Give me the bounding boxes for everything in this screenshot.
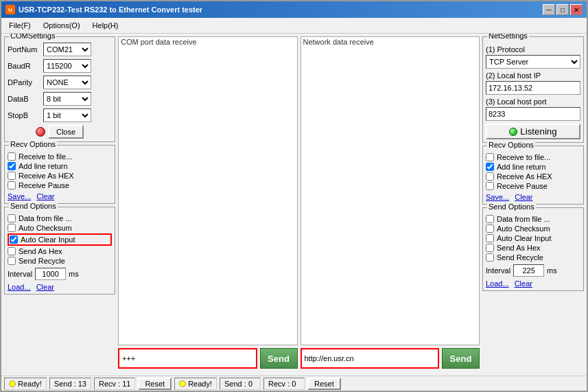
portnum-select[interactable]: COM21 xyxy=(43,43,91,56)
net-send-input[interactable] xyxy=(301,348,440,369)
window-title: USR-TCP232-Test RS232 to Ethernet Conver… xyxy=(19,5,202,14)
com-data-receive-panel: COM port data receive xyxy=(118,36,298,345)
right-recv-as-hex-checkbox[interactable] xyxy=(486,172,494,181)
right-ready-icon xyxy=(179,380,186,387)
status-bar: Ready! Send : 13 Recv : 11 Reset Ready! … xyxy=(1,376,587,391)
right-send-load-link[interactable]: Load... xyxy=(486,279,509,288)
title-buttons: ─ □ ✕ xyxy=(543,4,583,15)
net-settings-title: NetSettings xyxy=(487,34,529,40)
right-ready-segment: Ready! xyxy=(174,378,217,390)
left-recv-save-link[interactable]: Save... xyxy=(8,192,31,200)
left-send-options-group: Send Options Data from file ... Auto Che… xyxy=(4,207,115,295)
com-send-input[interactable] xyxy=(118,348,257,369)
right-recv-clear-link[interactable]: Clear xyxy=(515,193,532,201)
left-recv-options-title: Recv Options xyxy=(9,140,57,148)
menu-options[interactable]: Options(O) xyxy=(38,19,85,32)
left-recv-as-hex-checkbox[interactable] xyxy=(8,172,16,180)
app-icon: U xyxy=(5,5,15,14)
protocol-row: (1) Protocol TCP Server xyxy=(486,45,580,69)
local-host-port-input[interactable]: 8233 xyxy=(486,107,580,121)
right-send-options-group: Send Options Data from file ... Auto Che… xyxy=(482,207,584,291)
right-recv-to-file-row: Receive to file... xyxy=(486,153,580,161)
left-recv-clear-link[interactable]: Clear xyxy=(36,192,54,200)
title-bar-left: U USR-TCP232-Test RS232 to Ethernet Conv… xyxy=(5,5,202,14)
listening-label: Listening xyxy=(520,126,556,137)
right-send-recycle-row: Send Recycle xyxy=(486,253,580,262)
right-recv-pause-row: Receive Pause xyxy=(486,182,580,190)
left-recv-pause-checkbox[interactable] xyxy=(8,181,16,189)
net-data-receive-panel: Network data receive xyxy=(301,36,480,345)
minimize-button[interactable]: ─ xyxy=(543,4,555,15)
window-close-button[interactable]: ✕ xyxy=(570,4,583,15)
left-send-recycle-checkbox[interactable] xyxy=(8,257,16,265)
left-send-as-hex-checkbox[interactable] xyxy=(8,247,16,255)
right-recv-to-file-checkbox[interactable] xyxy=(486,153,494,161)
com-recv-count: Recv : 11 xyxy=(99,380,130,388)
right-recv-options-title: Recv Options xyxy=(487,141,535,149)
data-receive-panels: COM port data receive Network data recei… xyxy=(118,36,480,345)
left-send-recycle-label: Send Recycle xyxy=(19,257,65,265)
right-add-line-return-checkbox[interactable] xyxy=(486,163,494,171)
dparity-row: DParity NONE xyxy=(8,76,112,89)
com-recv-segment: Recv : 11 xyxy=(94,378,135,390)
stopb-select[interactable]: 1 bit xyxy=(43,108,91,122)
dparity-label: DParity xyxy=(8,78,43,87)
left-panel: COMSettings PortNum COM21 BaudR 115200 D… xyxy=(4,36,115,373)
right-recv-save-clear-row: Save... Clear xyxy=(486,193,580,201)
left-recv-pause-label: Receive Pause xyxy=(19,181,69,189)
menu-file[interactable]: File(F) xyxy=(4,19,36,32)
right-data-from-file-row: Data from file ... xyxy=(486,215,580,223)
right-send-as-hex-label: Send As Hex xyxy=(497,244,541,252)
baudr-select[interactable]: 115200 xyxy=(43,59,91,73)
right-send-as-hex-checkbox[interactable] xyxy=(486,244,494,252)
stopb-row: StopB 1 bit xyxy=(8,108,112,122)
title-bar: U USR-TCP232-Test RS232 to Ethernet Conv… xyxy=(1,1,587,18)
com-reset-button[interactable]: Reset xyxy=(138,378,172,390)
right-recv-options-group: Recv Options Receive to file... Add line… xyxy=(482,146,584,205)
left-ready-text: Ready! xyxy=(18,380,42,388)
left-recv-options-group: Recv Options Receive to file... Add line… xyxy=(4,145,115,204)
right-recv-save-link[interactable]: Save... xyxy=(486,193,509,201)
left-recv-save-clear-row: Save... Clear xyxy=(8,192,112,200)
close-com-button[interactable]: Close xyxy=(48,125,84,139)
protocol-label: (1) Protocol xyxy=(486,45,580,54)
protocol-select[interactable]: TCP Server xyxy=(486,55,580,69)
listening-button[interactable]: Listening xyxy=(486,124,580,139)
left-add-line-return-label: Add line return xyxy=(19,162,68,170)
right-recv-pause-checkbox[interactable] xyxy=(486,182,494,190)
net-reset-button[interactable]: Reset xyxy=(307,378,341,390)
left-send-load-link[interactable]: Load... xyxy=(8,283,31,291)
right-interval-row: Interval 225 ms xyxy=(486,264,580,277)
right-send-recycle-checkbox[interactable] xyxy=(486,253,494,262)
local-host-port-label: (3) Local host port xyxy=(486,97,580,106)
left-send-clear-link[interactable]: Clear xyxy=(36,283,54,291)
left-recv-as-hex-row: Receive As HEX xyxy=(8,172,112,180)
left-auto-checksum-checkbox[interactable] xyxy=(8,224,16,232)
local-host-port-row: (3) Local host port 8233 xyxy=(486,97,580,121)
local-host-ip-input[interactable]: 172.16.13.52 xyxy=(486,81,580,95)
stopb-label: StopB xyxy=(8,111,43,119)
left-recv-to-file-checkbox[interactable] xyxy=(8,152,16,161)
right-auto-clear-input-label: Auto Clear Input xyxy=(497,234,552,242)
left-recv-as-hex-label: Receive As HEX xyxy=(19,172,74,180)
left-add-line-return-checkbox[interactable] xyxy=(8,162,16,170)
right-send-clear-link[interactable]: Clear xyxy=(515,279,532,288)
left-data-from-file-checkbox[interactable] xyxy=(8,214,16,222)
right-auto-checksum-checkbox[interactable] xyxy=(486,224,494,233)
menu-help[interactable]: Help(H) xyxy=(88,19,124,32)
right-send-load-clear-row: Load... Clear xyxy=(486,279,580,288)
dparity-select[interactable]: NONE xyxy=(43,76,91,89)
maximize-button[interactable]: □ xyxy=(556,4,569,15)
baudr-label: BaudR xyxy=(8,62,43,70)
close-com-indicator xyxy=(36,127,45,137)
left-add-line-return-row: Add line return xyxy=(8,162,112,170)
datab-select[interactable]: 8 bit xyxy=(43,92,91,106)
left-auto-clear-input-checkbox[interactable] xyxy=(10,235,18,244)
left-interval-input[interactable]: 1000 xyxy=(35,268,66,280)
right-data-from-file-checkbox[interactable] xyxy=(486,215,494,223)
com-send-button[interactable]: Send xyxy=(260,348,298,369)
right-auto-clear-input-checkbox[interactable] xyxy=(486,234,494,242)
net-send-segment: Send : 0 xyxy=(220,378,261,390)
right-interval-input[interactable]: 225 xyxy=(513,264,544,277)
net-send-button[interactable]: Send xyxy=(442,348,480,369)
